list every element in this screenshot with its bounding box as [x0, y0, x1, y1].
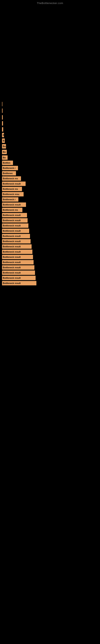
bar-fill: Bottleneck result	[2, 218, 28, 222]
bar-fill: Bottleneck r	[2, 197, 18, 202]
bar-label: Bo	[3, 151, 7, 153]
bar-fill: Bottleneck resu	[2, 192, 24, 196]
bar-label: B	[3, 140, 5, 142]
bar-label: Bottleneck result	[3, 250, 21, 253]
bar-fill: Bottleneck result	[2, 234, 30, 238]
bar-label: Bottleneck result	[3, 256, 21, 258]
bar-fill	[2, 127, 3, 132]
bar-label: Bottleneck result	[3, 277, 21, 279]
bar-label: Bottleneck result	[3, 272, 21, 274]
chart-area	[0, 6, 100, 90]
bar-label: Bottleneck result	[3, 235, 21, 237]
bar-label: Bottleneck result	[3, 261, 21, 264]
bar-fill: B	[2, 133, 4, 137]
bar-label: B	[3, 134, 5, 136]
bar-fill: Bottlen	[2, 160, 13, 165]
bar-label: Bottleneck res	[3, 209, 19, 211]
bar-container: BBBoBoBoBottlenBottleneck rBottlenecBott…	[0, 92, 100, 286]
bar-fill: B	[2, 138, 5, 143]
bar-fill: Bottleneck r	[2, 166, 18, 170]
bar-fill: Bottleneck result	[2, 281, 36, 285]
bar-label: Bo	[3, 145, 7, 148]
bar-label: Bottleneck result	[3, 204, 21, 206]
bar-label: Bottleneck result	[3, 219, 21, 222]
bar-label: Bottlen	[3, 162, 11, 164]
bar-fill: Bottleneck result	[2, 202, 26, 207]
bar-fill: Bottleneck res	[2, 176, 21, 181]
bar-fill: Bottleneck result	[2, 239, 31, 244]
bar-label: Bottleneck r	[3, 167, 16, 169]
bar-fill	[2, 108, 2, 113]
bar-label: Bottleneck resu	[3, 193, 20, 196]
bar-fill: Bottleneck result	[2, 224, 28, 228]
bar-fill	[2, 102, 2, 106]
bar-fill: Bottleneck result	[2, 276, 36, 280]
bar-fill: Bottleneck result	[2, 244, 32, 249]
bar-fill: Bottleneck result	[2, 270, 35, 275]
bar-fill: Bottleneck result	[2, 250, 32, 254]
bar-label: Bo	[3, 156, 7, 159]
bar-label: Bottleneck r	[3, 198, 16, 201]
bar-label: Bottleneck result	[3, 245, 21, 248]
bar-fill: Bottleneck res	[2, 208, 22, 212]
bar-label: Bottleneck result	[3, 182, 21, 185]
bar-fill: Bo	[2, 155, 8, 160]
bar-fill: Bottleneck result	[2, 260, 34, 264]
bar-fill: Bottleneck result	[2, 213, 27, 217]
bar-fill: Bottleneck result	[2, 182, 26, 186]
bar-label: Bottlenec	[3, 172, 14, 174]
bar-fill: Bo	[2, 150, 7, 154]
bar-fill: Bo	[2, 144, 6, 148]
bar-label: Bottleneck res	[3, 188, 19, 190]
site-title: TheBottlenecker.com	[0, 0, 100, 6]
bar-label: Bottleneck result	[3, 266, 21, 269]
bar-fill: Bottleneck result	[2, 265, 34, 270]
bar-fill: Bottleneck result	[2, 228, 29, 233]
bar-fill: Bottleneck res	[2, 187, 22, 191]
bar-fill	[2, 121, 3, 126]
bar-fill: Bottleneck result	[2, 255, 33, 259]
bar-fill: Bottlenec	[2, 171, 16, 176]
bar-label: Bottleneck result	[3, 224, 21, 227]
bar-label: Bottleneck result	[3, 240, 21, 242]
bar-label: Bottleneck result	[3, 230, 21, 232]
bar-label: Bottleneck result	[3, 214, 21, 216]
bar-fill	[2, 115, 3, 120]
bar-label: Bottleneck result	[3, 282, 21, 284]
bar-label: Bottleneck res	[3, 177, 19, 180]
